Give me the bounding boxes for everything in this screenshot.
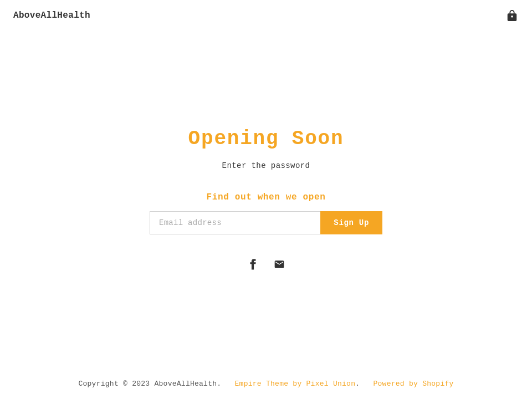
site-title: AboveAllHealth	[13, 11, 90, 21]
password-prompt: Enter the password	[222, 161, 310, 170]
email-icon[interactable]	[272, 257, 287, 272]
signup-button[interactable]: Sign Up	[320, 211, 382, 234]
opening-soon-heading: Opening Soon	[188, 127, 344, 150]
lock-icon[interactable]	[505, 9, 519, 22]
empire-theme-link[interactable]: Empire Theme by Pixel Union	[235, 380, 356, 388]
site-header: AboveAllHealth	[0, 0, 532, 31]
find-out-label: Find out when we open	[206, 192, 325, 202]
site-footer: Copyright © 2023 AboveAllHealth. Empire …	[0, 369, 532, 399]
email-input[interactable]	[150, 211, 320, 234]
social-icons-row	[245, 257, 287, 272]
footer-copyright: Copyright © 2023 AboveAllHealth.	[78, 380, 221, 388]
find-out-section: Find out when we open Sign Up	[127, 192, 405, 234]
footer-separator: .	[355, 380, 360, 388]
shopify-link[interactable]: Powered by Shopify	[373, 380, 453, 388]
facebook-icon[interactable]	[245, 257, 260, 272]
main-content: Opening Soon Enter the password Find out…	[0, 31, 532, 369]
email-signup-form: Sign Up	[150, 211, 382, 234]
